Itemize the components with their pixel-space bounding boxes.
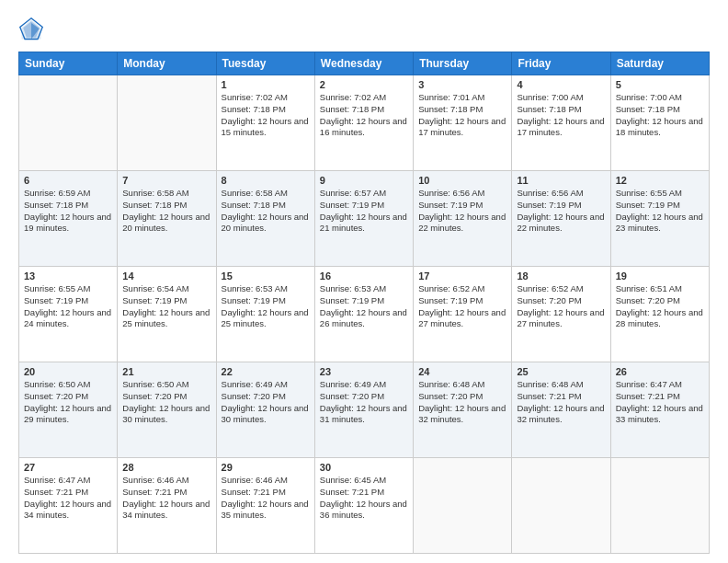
day-number: 2 — [320, 79, 408, 90]
calendar-day-cell: 26Sunrise: 6:47 AM Sunset: 7:21 PM Dayli… — [610, 362, 709, 458]
calendar-day-cell: 30Sunrise: 6:45 AM Sunset: 7:21 PM Dayli… — [314, 458, 413, 554]
day-number: 12 — [616, 175, 704, 186]
calendar-day-cell: 22Sunrise: 6:49 AM Sunset: 7:20 PM Dayli… — [216, 362, 314, 458]
calendar-day-cell: 28Sunrise: 6:46 AM Sunset: 7:21 PM Dayli… — [118, 458, 216, 554]
calendar-day-cell: 2Sunrise: 7:02 AM Sunset: 7:18 PM Daylig… — [314, 75, 413, 171]
day-info: Sunrise: 6:46 AM Sunset: 7:21 PM Dayligh… — [222, 475, 310, 522]
day-info: Sunrise: 6:58 AM Sunset: 7:18 PM Dayligh… — [222, 188, 310, 235]
day-number: 15 — [222, 270, 310, 282]
calendar-week-row: 20Sunrise: 6:50 AM Sunset: 7:20 PM Dayli… — [19, 362, 710, 458]
calendar-day-cell — [512, 458, 610, 554]
calendar-day-cell: 23Sunrise: 6:49 AM Sunset: 7:20 PM Dayli… — [314, 362, 413, 458]
day-number: 5 — [616, 79, 704, 90]
calendar-week-row: 13Sunrise: 6:55 AM Sunset: 7:19 PM Dayli… — [19, 267, 710, 362]
calendar-day-header: Monday — [118, 52, 216, 75]
day-info: Sunrise: 6:51 AM Sunset: 7:20 PM Dayligh… — [616, 283, 704, 330]
calendar-day-cell — [118, 75, 216, 171]
calendar-day-cell: 14Sunrise: 6:54 AM Sunset: 7:19 PM Dayli… — [118, 267, 216, 362]
calendar-day-cell: 15Sunrise: 6:53 AM Sunset: 7:19 PM Dayli… — [216, 267, 314, 362]
day-info: Sunrise: 6:58 AM Sunset: 7:18 PM Dayligh… — [122, 188, 210, 235]
day-number: 10 — [418, 175, 506, 186]
day-info: Sunrise: 7:02 AM Sunset: 7:18 PM Dayligh… — [222, 92, 310, 139]
day-info: Sunrise: 6:56 AM Sunset: 7:19 PM Dayligh… — [517, 188, 605, 235]
day-info: Sunrise: 7:02 AM Sunset: 7:18 PM Dayligh… — [320, 92, 408, 139]
day-number: 28 — [122, 462, 210, 473]
calendar-day-cell: 11Sunrise: 6:56 AM Sunset: 7:19 PM Dayli… — [512, 171, 610, 267]
calendar-day-cell: 24Sunrise: 6:48 AM Sunset: 7:20 PM Dayli… — [414, 362, 512, 458]
calendar-day-cell — [610, 458, 709, 554]
calendar-day-cell: 12Sunrise: 6:55 AM Sunset: 7:19 PM Dayli… — [610, 171, 709, 267]
calendar-day-cell: 10Sunrise: 6:56 AM Sunset: 7:19 PM Dayli… — [414, 171, 512, 267]
calendar-day-cell — [19, 75, 118, 171]
calendar-day-cell: 27Sunrise: 6:47 AM Sunset: 7:21 PM Dayli… — [19, 458, 118, 554]
day-info: Sunrise: 6:53 AM Sunset: 7:19 PM Dayligh… — [320, 283, 408, 330]
day-info: Sunrise: 6:49 AM Sunset: 7:20 PM Dayligh… — [320, 379, 408, 426]
calendar-day-cell: 9Sunrise: 6:57 AM Sunset: 7:19 PM Daylig… — [314, 171, 413, 267]
day-number: 22 — [222, 366, 310, 377]
day-info: Sunrise: 6:48 AM Sunset: 7:21 PM Dayligh… — [517, 379, 605, 426]
calendar-day-header: Friday — [512, 52, 610, 75]
day-number: 1 — [222, 79, 310, 90]
day-number: 8 — [222, 175, 310, 186]
calendar-day-cell: 17Sunrise: 6:52 AM Sunset: 7:19 PM Dayli… — [414, 267, 512, 362]
day-number: 26 — [616, 366, 704, 377]
day-info: Sunrise: 6:50 AM Sunset: 7:20 PM Dayligh… — [24, 379, 112, 426]
calendar-header-row: SundayMondayTuesdayWednesdayThursdayFrid… — [19, 52, 710, 75]
calendar-day-cell: 1Sunrise: 7:02 AM Sunset: 7:18 PM Daylig… — [216, 75, 314, 171]
logo-icon — [18, 17, 44, 42]
calendar-day-header: Tuesday — [216, 52, 314, 75]
day-info: Sunrise: 6:49 AM Sunset: 7:20 PM Dayligh… — [222, 379, 310, 426]
day-number: 3 — [418, 79, 506, 90]
day-info: Sunrise: 6:47 AM Sunset: 7:21 PM Dayligh… — [616, 379, 704, 426]
day-info: Sunrise: 7:00 AM Sunset: 7:18 PM Dayligh… — [517, 92, 605, 139]
day-number: 20 — [24, 366, 112, 377]
calendar-day-cell: 5Sunrise: 7:00 AM Sunset: 7:18 PM Daylig… — [610, 75, 709, 171]
calendar-day-cell: 8Sunrise: 6:58 AM Sunset: 7:18 PM Daylig… — [216, 171, 314, 267]
day-number: 9 — [320, 175, 408, 186]
day-info: Sunrise: 6:50 AM Sunset: 7:20 PM Dayligh… — [122, 379, 210, 426]
day-info: Sunrise: 6:52 AM Sunset: 7:20 PM Dayligh… — [517, 283, 605, 330]
header — [18, 17, 710, 42]
calendar-day-cell: 21Sunrise: 6:50 AM Sunset: 7:20 PM Dayli… — [118, 362, 216, 458]
day-number: 25 — [517, 366, 605, 377]
day-number: 30 — [320, 462, 408, 473]
day-number: 27 — [24, 462, 112, 473]
calendar-day-cell — [414, 458, 512, 554]
day-info: Sunrise: 7:01 AM Sunset: 7:18 PM Dayligh… — [418, 92, 506, 139]
calendar-day-cell: 6Sunrise: 6:59 AM Sunset: 7:18 PM Daylig… — [19, 171, 118, 267]
logo — [18, 17, 48, 42]
calendar-day-cell: 7Sunrise: 6:58 AM Sunset: 7:18 PM Daylig… — [118, 171, 216, 267]
calendar-week-row: 6Sunrise: 6:59 AM Sunset: 7:18 PM Daylig… — [19, 171, 710, 267]
day-number: 24 — [418, 366, 506, 377]
calendar-week-row: 27Sunrise: 6:47 AM Sunset: 7:21 PM Dayli… — [19, 458, 710, 554]
day-info: Sunrise: 6:52 AM Sunset: 7:19 PM Dayligh… — [418, 283, 506, 330]
day-info: Sunrise: 6:54 AM Sunset: 7:19 PM Dayligh… — [122, 283, 210, 330]
day-info: Sunrise: 6:55 AM Sunset: 7:19 PM Dayligh… — [24, 283, 112, 330]
page: SundayMondayTuesdayWednesdayThursdayFrid… — [0, 0, 728, 563]
calendar-day-cell: 20Sunrise: 6:50 AM Sunset: 7:20 PM Dayli… — [19, 362, 118, 458]
day-info: Sunrise: 6:59 AM Sunset: 7:18 PM Dayligh… — [24, 188, 112, 235]
day-info: Sunrise: 6:57 AM Sunset: 7:19 PM Dayligh… — [320, 188, 408, 235]
calendar-day-cell: 19Sunrise: 6:51 AM Sunset: 7:20 PM Dayli… — [610, 267, 709, 362]
day-number: 19 — [616, 270, 704, 282]
calendar-day-cell: 29Sunrise: 6:46 AM Sunset: 7:21 PM Dayli… — [216, 458, 314, 554]
day-info: Sunrise: 6:53 AM Sunset: 7:19 PM Dayligh… — [222, 283, 310, 330]
day-number: 16 — [320, 270, 408, 282]
calendar-day-cell: 3Sunrise: 7:01 AM Sunset: 7:18 PM Daylig… — [414, 75, 512, 171]
calendar-day-cell: 18Sunrise: 6:52 AM Sunset: 7:20 PM Dayli… — [512, 267, 610, 362]
day-info: Sunrise: 6:46 AM Sunset: 7:21 PM Dayligh… — [122, 475, 210, 522]
day-number: 4 — [517, 79, 605, 90]
calendar-day-header: Sunday — [19, 52, 118, 75]
calendar-day-cell: 16Sunrise: 6:53 AM Sunset: 7:19 PM Dayli… — [314, 267, 413, 362]
calendar-table: SundayMondayTuesdayWednesdayThursdayFrid… — [18, 52, 710, 554]
day-number: 14 — [122, 270, 210, 282]
day-info: Sunrise: 6:55 AM Sunset: 7:19 PM Dayligh… — [616, 188, 704, 235]
day-info: Sunrise: 6:48 AM Sunset: 7:20 PM Dayligh… — [418, 379, 506, 426]
day-info: Sunrise: 6:56 AM Sunset: 7:19 PM Dayligh… — [418, 188, 506, 235]
calendar-day-cell: 13Sunrise: 6:55 AM Sunset: 7:19 PM Dayli… — [19, 267, 118, 362]
calendar-day-cell: 25Sunrise: 6:48 AM Sunset: 7:21 PM Dayli… — [512, 362, 610, 458]
day-number: 29 — [222, 462, 310, 473]
day-info: Sunrise: 7:00 AM Sunset: 7:18 PM Dayligh… — [616, 92, 704, 139]
day-number: 21 — [122, 366, 210, 377]
day-number: 6 — [24, 175, 112, 186]
